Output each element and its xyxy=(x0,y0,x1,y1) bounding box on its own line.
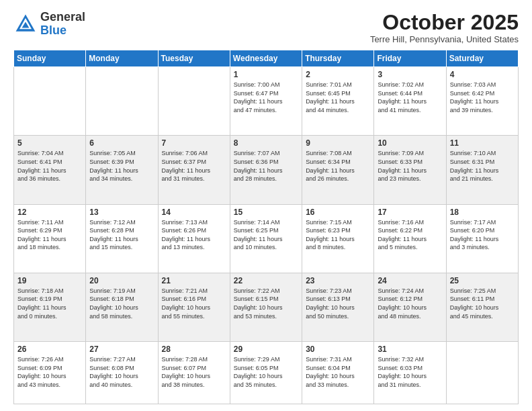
day-number: 30 xyxy=(306,345,370,354)
calendar-day-cell: 6Sunrise: 7:05 AM Sunset: 6:39 PM Daylig… xyxy=(86,136,158,204)
calendar-day-cell: 31Sunrise: 7:32 AM Sunset: 6:03 PM Dayli… xyxy=(374,342,446,404)
day-info: Sunrise: 7:32 AM Sunset: 6:03 PM Dayligh… xyxy=(378,355,442,389)
calendar-day-cell: 25Sunrise: 7:25 AM Sunset: 6:11 PM Dayli… xyxy=(446,273,518,341)
day-info: Sunrise: 7:09 AM Sunset: 6:33 PM Dayligh… xyxy=(378,149,442,183)
day-number: 29 xyxy=(234,345,298,354)
day-number: 11 xyxy=(450,138,515,148)
day-number: 24 xyxy=(378,276,442,285)
day-number: 23 xyxy=(306,276,370,285)
calendar-day-cell: 7Sunrise: 7:06 AM Sunset: 6:37 PM Daylig… xyxy=(158,136,230,204)
calendar-day-cell: 12Sunrise: 7:11 AM Sunset: 6:29 PM Dayli… xyxy=(14,204,86,273)
day-info: Sunrise: 7:02 AM Sunset: 6:44 PM Dayligh… xyxy=(378,81,442,114)
calendar-day-header: Sunday xyxy=(14,50,86,67)
day-info: Sunrise: 7:15 AM Sunset: 6:23 PM Dayligh… xyxy=(306,218,370,252)
location: Terre Hill, Pennsylvania, United States xyxy=(370,34,519,44)
calendar-day-cell: 21Sunrise: 7:21 AM Sunset: 6:16 PM Dayli… xyxy=(158,273,230,341)
calendar-day-cell xyxy=(14,67,86,136)
day-number: 28 xyxy=(162,345,226,354)
day-number: 1 xyxy=(234,70,298,79)
calendar-day-cell: 26Sunrise: 7:26 AM Sunset: 6:09 PM Dayli… xyxy=(14,342,86,404)
day-number: 31 xyxy=(378,345,442,354)
day-number: 7 xyxy=(162,138,226,148)
day-number: 22 xyxy=(234,276,298,285)
calendar-day-cell: 17Sunrise: 7:16 AM Sunset: 6:22 PM Dayli… xyxy=(374,204,446,273)
calendar-day-cell: 27Sunrise: 7:27 AM Sunset: 6:08 PM Dayli… xyxy=(86,342,158,404)
day-info: Sunrise: 7:18 AM Sunset: 6:19 PM Dayligh… xyxy=(17,287,82,320)
day-info: Sunrise: 7:04 AM Sunset: 6:41 PM Dayligh… xyxy=(17,149,82,183)
calendar-day-cell: 16Sunrise: 7:15 AM Sunset: 6:23 PM Dayli… xyxy=(302,204,374,273)
day-info: Sunrise: 7:06 AM Sunset: 6:37 PM Dayligh… xyxy=(162,149,226,183)
logo-blue: Blue xyxy=(40,24,66,37)
calendar-day-cell: 14Sunrise: 7:13 AM Sunset: 6:26 PM Dayli… xyxy=(158,204,230,273)
calendar-day-cell: 22Sunrise: 7:22 AM Sunset: 6:15 PM Dayli… xyxy=(230,273,302,341)
day-number: 27 xyxy=(89,345,154,354)
calendar-day-header: Tuesday xyxy=(158,50,230,67)
day-info: Sunrise: 7:29 AM Sunset: 6:05 PM Dayligh… xyxy=(234,355,298,389)
calendar-week-row: 26Sunrise: 7:26 AM Sunset: 6:09 PM Dayli… xyxy=(14,342,519,404)
day-info: Sunrise: 7:26 AM Sunset: 6:09 PM Dayligh… xyxy=(17,355,82,389)
calendar-day-cell: 3Sunrise: 7:02 AM Sunset: 6:44 PM Daylig… xyxy=(374,67,446,136)
calendar-day-cell: 2Sunrise: 7:01 AM Sunset: 6:45 PM Daylig… xyxy=(302,67,374,136)
day-info: Sunrise: 7:23 AM Sunset: 6:13 PM Dayligh… xyxy=(306,287,370,320)
calendar-day-header: Saturday xyxy=(446,50,518,67)
day-number: 17 xyxy=(378,208,442,217)
day-number: 15 xyxy=(234,208,298,217)
calendar-table: SundayMondayTuesdayWednesdayThursdayFrid… xyxy=(13,50,519,404)
calendar-day-cell: 19Sunrise: 7:18 AM Sunset: 6:19 PM Dayli… xyxy=(14,273,86,341)
calendar-day-cell: 10Sunrise: 7:09 AM Sunset: 6:33 PM Dayli… xyxy=(374,136,446,204)
day-number: 13 xyxy=(89,208,154,217)
logo-text: General Blue xyxy=(40,11,85,38)
calendar-header-row: SundayMondayTuesdayWednesdayThursdayFrid… xyxy=(14,50,519,67)
calendar-day-cell xyxy=(446,342,518,404)
calendar-day-header: Thursday xyxy=(302,50,374,67)
day-info: Sunrise: 7:24 AM Sunset: 6:12 PM Dayligh… xyxy=(378,287,442,320)
day-number: 12 xyxy=(17,208,82,217)
calendar-day-header: Friday xyxy=(374,50,446,67)
day-number: 19 xyxy=(17,276,82,285)
calendar-day-cell: 15Sunrise: 7:14 AM Sunset: 6:25 PM Dayli… xyxy=(230,204,302,273)
calendar-day-cell: 5Sunrise: 7:04 AM Sunset: 6:41 PM Daylig… xyxy=(14,136,86,204)
day-info: Sunrise: 7:00 AM Sunset: 6:47 PM Dayligh… xyxy=(234,81,298,114)
page: General Blue October 2025 Terre Hill, Pe… xyxy=(0,0,532,411)
day-info: Sunrise: 7:05 AM Sunset: 6:39 PM Dayligh… xyxy=(89,149,154,183)
day-info: Sunrise: 7:10 AM Sunset: 6:31 PM Dayligh… xyxy=(450,149,515,183)
calendar-week-row: 1Sunrise: 7:00 AM Sunset: 6:47 PM Daylig… xyxy=(14,67,519,136)
day-info: Sunrise: 7:17 AM Sunset: 6:20 PM Dayligh… xyxy=(450,218,515,252)
day-info: Sunrise: 7:19 AM Sunset: 6:18 PM Dayligh… xyxy=(89,287,154,320)
calendar-day-cell: 1Sunrise: 7:00 AM Sunset: 6:47 PM Daylig… xyxy=(230,67,302,136)
day-info: Sunrise: 7:01 AM Sunset: 6:45 PM Dayligh… xyxy=(306,81,370,114)
day-number: 21 xyxy=(162,276,226,285)
calendar-day-cell: 8Sunrise: 7:07 AM Sunset: 6:36 PM Daylig… xyxy=(230,136,302,204)
header-right: October 2025 Terre Hill, Pennsylvania, U… xyxy=(370,11,519,44)
day-number: 26 xyxy=(17,345,82,354)
calendar-day-cell: 13Sunrise: 7:12 AM Sunset: 6:28 PM Dayli… xyxy=(86,204,158,273)
calendar-day-cell: 28Sunrise: 7:28 AM Sunset: 6:07 PM Dayli… xyxy=(158,342,230,404)
day-number: 20 xyxy=(89,276,154,285)
calendar-day-cell: 30Sunrise: 7:31 AM Sunset: 6:04 PM Dayli… xyxy=(302,342,374,404)
day-number: 16 xyxy=(306,208,370,217)
header: General Blue October 2025 Terre Hill, Pe… xyxy=(13,11,519,44)
day-info: Sunrise: 7:27 AM Sunset: 6:08 PM Dayligh… xyxy=(89,355,154,389)
calendar-day-cell: 9Sunrise: 7:08 AM Sunset: 6:34 PM Daylig… xyxy=(302,136,374,204)
day-info: Sunrise: 7:22 AM Sunset: 6:15 PM Dayligh… xyxy=(234,287,298,320)
calendar-week-row: 19Sunrise: 7:18 AM Sunset: 6:19 PM Dayli… xyxy=(14,273,519,341)
calendar-day-cell: 4Sunrise: 7:03 AM Sunset: 6:42 PM Daylig… xyxy=(446,67,518,136)
calendar-day-cell xyxy=(86,67,158,136)
calendar-week-row: 5Sunrise: 7:04 AM Sunset: 6:41 PM Daylig… xyxy=(14,136,519,204)
calendar-day-cell: 11Sunrise: 7:10 AM Sunset: 6:31 PM Dayli… xyxy=(446,136,518,204)
day-number: 9 xyxy=(306,138,370,148)
calendar-day-cell: 20Sunrise: 7:19 AM Sunset: 6:18 PM Dayli… xyxy=(86,273,158,341)
calendar-day-cell: 18Sunrise: 7:17 AM Sunset: 6:20 PM Dayli… xyxy=(446,204,518,273)
day-number: 25 xyxy=(450,276,515,285)
day-info: Sunrise: 7:13 AM Sunset: 6:26 PM Dayligh… xyxy=(162,218,226,252)
day-info: Sunrise: 7:07 AM Sunset: 6:36 PM Dayligh… xyxy=(234,149,298,183)
day-info: Sunrise: 7:25 AM Sunset: 6:11 PM Dayligh… xyxy=(450,287,515,320)
day-number: 3 xyxy=(378,70,442,79)
day-number: 10 xyxy=(378,138,442,148)
day-info: Sunrise: 7:21 AM Sunset: 6:16 PM Dayligh… xyxy=(162,287,226,320)
day-number: 5 xyxy=(17,138,82,148)
calendar-day-cell: 23Sunrise: 7:23 AM Sunset: 6:13 PM Dayli… xyxy=(302,273,374,341)
calendar-day-header: Wednesday xyxy=(230,50,302,67)
day-number: 18 xyxy=(450,208,515,217)
day-info: Sunrise: 7:08 AM Sunset: 6:34 PM Dayligh… xyxy=(306,149,370,183)
